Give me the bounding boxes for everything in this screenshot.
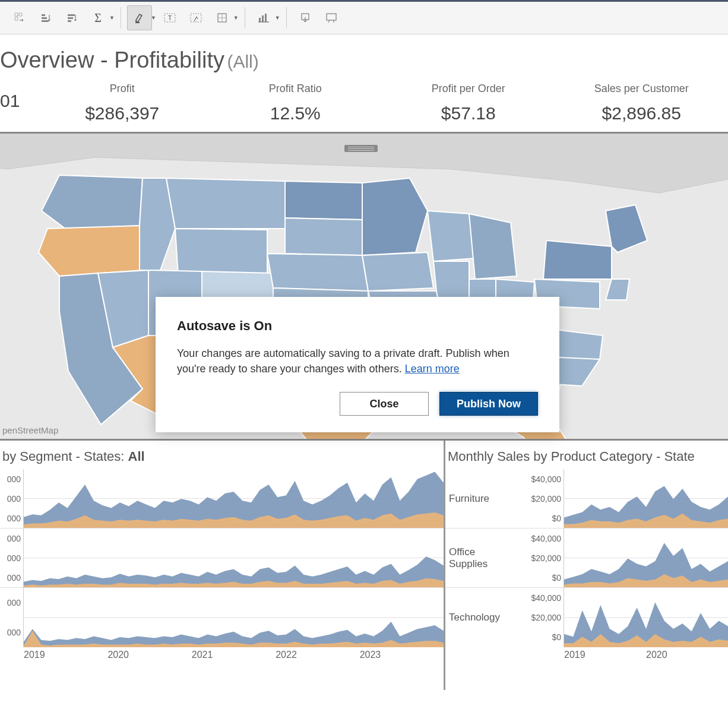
dashboard-title: Overview - Profitability [0, 48, 224, 72]
y-axis: 000000 [0, 588, 24, 647]
x-tick: 2019 [24, 650, 107, 660]
toolbar-separator [245, 7, 245, 29]
svg-rect-7 [68, 17, 73, 19]
text-box-icon[interactable]: T [157, 5, 182, 30]
kpi-card: Profit Ratio 12.5% [209, 83, 382, 124]
dashboard-title-suffix: (All) [227, 52, 258, 71]
download-icon[interactable] [293, 5, 318, 30]
category-label: Furniture [445, 469, 505, 528]
x-tick: 2023 [360, 650, 444, 660]
kpi-label: Sales per Customer [555, 83, 729, 95]
kpi-card: 01 [0, 83, 36, 124]
category-chart-row[interactable]: Office Supplies$40,000$20,000$0 [445, 528, 728, 588]
svg-rect-2 [15, 17, 18, 20]
area-chart [24, 588, 444, 647]
border-dropdown[interactable]: ▼ [210, 5, 239, 30]
svg-rect-0 [15, 13, 18, 16]
sort-desc-icon[interactable] [59, 5, 84, 30]
segment-chart-row[interactable]: 000000 [0, 588, 444, 647]
toolbar: Σ ▼ ▼ T ▼ ▼ [0, 0, 728, 34]
category-chart-row[interactable]: Technology$40,000$20,000$0 [445, 588, 728, 647]
svg-rect-16 [259, 18, 261, 22]
kpi-value: $286,397 [36, 103, 209, 124]
svg-rect-4 [42, 17, 47, 19]
highlight-icon[interactable] [127, 5, 152, 30]
x-axis: 20192020 [445, 647, 728, 660]
highlight-dropdown[interactable]: ▼ [127, 5, 156, 30]
kpi-label: Profit Ratio [209, 83, 382, 95]
dialog-body: Your changes are automatically saving to… [177, 346, 538, 376]
y-axis: $40,000$20,000$0 [505, 588, 564, 647]
area-chart [564, 469, 728, 528]
kpi-value: $2,896.85 [555, 103, 729, 124]
kpi-value: 12.5% [209, 103, 382, 124]
publish-now-button[interactable]: Publish Now [439, 392, 538, 416]
dashboard-title-area: Overview - Profitability (All) [0, 34, 728, 79]
area-chart [24, 469, 444, 528]
learn-more-link[interactable]: Learn more [405, 363, 460, 375]
kpi-card: Profit $286,397 [36, 83, 209, 124]
svg-rect-6 [68, 14, 75, 16]
svg-rect-1 [19, 13, 22, 16]
x-tick: 2022 [276, 650, 359, 660]
x-axis: 20192020202120222023 [0, 647, 444, 660]
svg-rect-21 [327, 14, 336, 20]
kpi-label: Profit [36, 83, 209, 95]
svg-rect-18 [265, 14, 267, 22]
svg-line-22 [328, 20, 330, 23]
segment-chart-row[interactable]: 000000000 [0, 528, 444, 588]
panel-drag-handle[interactable] [344, 145, 378, 152]
x-tick: 2019 [564, 650, 646, 660]
dialog-actions: Close Publish Now [177, 392, 538, 416]
segment-panel-title: by Segment - States: All [0, 449, 444, 469]
kpi-value: $57.18 [382, 103, 555, 124]
y-axis: 000000000 [0, 528, 24, 587]
x-tick: 2021 [192, 650, 276, 660]
area-chart [24, 528, 444, 587]
svg-rect-3 [42, 14, 45, 16]
area-chart [564, 588, 728, 647]
swap-icon[interactable] [7, 5, 32, 30]
border-icon[interactable] [210, 5, 235, 30]
toolbar-separator [121, 7, 121, 29]
dialog-title: Autosave is On [177, 318, 538, 334]
svg-line-23 [333, 20, 334, 23]
y-axis: $40,000$20,000$0 [505, 469, 564, 528]
segment-panel: by Segment - States: All 000000000000000… [0, 441, 445, 690]
show-me-dropdown[interactable]: ▼ [251, 5, 280, 30]
kpi-row: 01 Profit $286,397 Profit Ratio 12.5% Pr… [0, 79, 728, 132]
sort-asc-icon[interactable] [33, 5, 58, 30]
toolbar-separator [286, 7, 287, 29]
close-button[interactable]: Close [340, 392, 429, 416]
kpi-label: Profit per Order [382, 83, 555, 95]
svg-rect-8 [68, 20, 71, 22]
category-panel: Monthly Sales by Product Category - Stat… [445, 441, 728, 690]
x-tick: 2020 [107, 650, 191, 660]
category-chart-row[interactable]: Furniture$40,000$20,000$0 [445, 469, 728, 528]
area-chart [564, 528, 728, 587]
presentation-icon[interactable] [319, 5, 344, 30]
category-label: Office Supplies [445, 528, 505, 587]
svg-rect-5 [42, 20, 49, 22]
svg-rect-17 [262, 15, 264, 22]
sigma-dropdown[interactable]: Σ ▼ [86, 5, 115, 30]
autosave-dialog: Autosave is On Your changes are automati… [156, 297, 559, 432]
x-tick: 2020 [646, 650, 728, 660]
group-icon[interactable] [183, 5, 208, 30]
kpi-card: Profit per Order $57.18 [382, 83, 555, 124]
y-axis: 000000000 [0, 469, 24, 528]
y-axis: $40,000$20,000$0 [505, 528, 564, 587]
kpi-card: Sales per Customer $2,896.85 [555, 83, 729, 124]
segment-chart-row[interactable]: 000000000 [0, 469, 444, 528]
kpi-value: 01 [0, 91, 36, 111]
category-panel-title: Monthly Sales by Product Category - Stat… [445, 449, 728, 469]
map-attribution: penStreetMap [2, 425, 58, 435]
category-label: Technology [445, 588, 505, 647]
svg-text:T: T [167, 14, 172, 21]
show-me-icon[interactable] [251, 5, 276, 30]
bottom-panel-row: by Segment - States: All 000000000000000… [0, 441, 728, 690]
